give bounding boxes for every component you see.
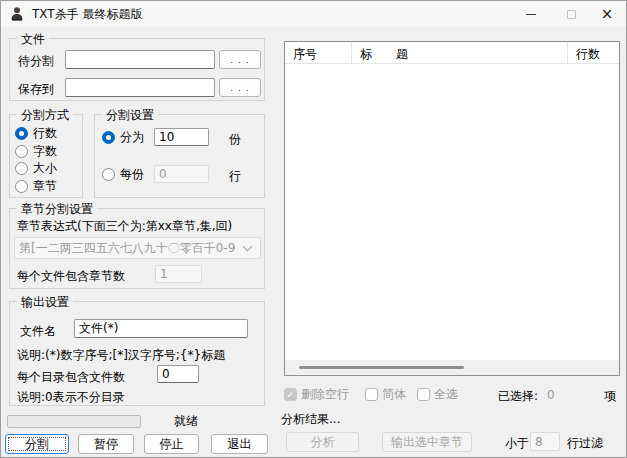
- selected-count: 0: [547, 388, 555, 402]
- split-settings-group: 分割设置 分为 份 每份 行: [94, 114, 265, 198]
- source-file-input[interactable]: [65, 50, 215, 69]
- per-part-unit: 行: [229, 168, 241, 185]
- select-all-check-icon: [417, 388, 430, 401]
- filter-prefix-label: 小于: [505, 435, 529, 452]
- radio-chapter[interactable]: 章节: [15, 178, 57, 195]
- app-window: TXT杀手 最终标题版 × 文件 待分割 . . . 保存到 . . . 分割方…: [0, 0, 627, 458]
- radio-per-part-label: 每份: [120, 166, 144, 183]
- close-icon: ×: [601, 7, 614, 22]
- remove-empty-lines-check-icon: [284, 388, 297, 401]
- radio-chars[interactable]: 字数: [15, 143, 57, 160]
- file-group: 文件 待分割 . . . 保存到 . . .: [9, 38, 265, 101]
- split-method-group: 分割方式 行数 字数 大小 章节: [9, 114, 83, 198]
- simplified-label: 简体: [382, 386, 406, 403]
- chevron-down-icon: [243, 241, 253, 251]
- chapters-per-file-input: [155, 265, 202, 283]
- radio-size[interactable]: 大小: [15, 160, 57, 177]
- chapter-settings-group: 章节分割设置 章节表达式(下面三个为:第xx章节,集,回) 第[一二两三四五六七…: [9, 208, 265, 289]
- radio-split-into[interactable]: 分为: [102, 129, 144, 146]
- exit-button[interactable]: 退出: [211, 434, 268, 454]
- checkbox-remove-empty-lines: 删除空行: [284, 386, 349, 403]
- save-to-browse-button[interactable]: . . .: [219, 78, 261, 97]
- split-method-label: 分割方式: [17, 107, 73, 124]
- source-file-label: 待分割: [18, 53, 54, 70]
- horizontal-scrollbar[interactable]: [285, 360, 619, 375]
- radio-split-into-label: 分为: [120, 129, 144, 146]
- files-per-dir-input[interactable]: [157, 365, 199, 383]
- split-button[interactable]: 分割: [5, 434, 69, 454]
- radio-split-into-icon: [102, 131, 115, 144]
- chapter-settings-label: 章节分割设置: [17, 201, 97, 218]
- checkbox-select-all: 全选: [417, 386, 458, 403]
- analysis-status: 分析结果...: [281, 411, 340, 428]
- filter-lines-input: [530, 432, 560, 451]
- save-to-label: 保存到: [18, 81, 54, 98]
- remove-empty-lines-label: 删除空行: [301, 386, 349, 403]
- column-lines[interactable]: 行数: [568, 42, 619, 63]
- analyze-button: 分析: [286, 432, 359, 452]
- selected-label: 已选择:: [498, 388, 538, 405]
- per-part-input: [154, 165, 209, 183]
- checkbox-simplified: 简体: [365, 386, 406, 403]
- filename-input[interactable]: [74, 319, 248, 338]
- export-selected-button: 输出选中章节: [382, 432, 472, 452]
- column-title[interactable]: 标 题: [352, 42, 568, 63]
- chapter-list: 序号 标 题 行数: [284, 41, 620, 376]
- maximize-button: [554, 1, 588, 27]
- selected-unit: 项: [604, 388, 616, 405]
- chapter-expression-value: 第[一二两三四五六七八九十〇零百千0-9: [15, 240, 240, 257]
- save-to-input[interactable]: [65, 78, 215, 97]
- filename-label: 文件名: [20, 323, 56, 340]
- titlebar[interactable]: TXT杀手 最终标题版 ×: [1, 1, 626, 27]
- minimize-icon: [526, 14, 536, 15]
- app-icon: [9, 6, 25, 22]
- chapter-expression-combobox: 第[一二两三四五六七八九十〇零百千0-9: [14, 237, 261, 259]
- window-title: TXT杀手 最终标题版: [32, 6, 142, 23]
- list-header[interactable]: 序号 标 题 行数: [285, 42, 619, 64]
- radio-chapter-label: 章节: [33, 178, 57, 195]
- pause-button[interactable]: 暂停: [78, 434, 134, 454]
- stop-button[interactable]: 停止: [144, 434, 199, 454]
- files-per-dir-label: 每个目录包含文件数: [17, 369, 125, 386]
- radio-lines-icon: [15, 127, 28, 140]
- dir-note: 说明:0表示不分目录: [17, 389, 125, 406]
- split-settings-label: 分割设置: [102, 107, 158, 124]
- filename-note: 说明:(*)数字序号;[*]汉字序号;{*}标题: [17, 347, 225, 364]
- close-button[interactable]: ×: [590, 1, 624, 27]
- radio-size-label: 大小: [33, 160, 57, 177]
- progress-bar: [7, 415, 141, 428]
- select-all-label: 全选: [434, 386, 458, 403]
- output-settings-label: 输出设置: [17, 294, 73, 311]
- radio-per-part[interactable]: 每份: [102, 166, 144, 183]
- maximize-icon: [567, 10, 576, 19]
- radio-chapter-icon: [15, 180, 28, 193]
- radio-lines-label: 行数: [33, 125, 57, 142]
- output-settings-group: 输出设置 文件名 说明:(*)数字序号;[*]汉字序号;{*}标题 每个目录包含…: [9, 301, 265, 406]
- status-text: 就绪: [174, 413, 198, 430]
- split-into-unit: 份: [229, 131, 241, 148]
- radio-per-part-icon: [102, 168, 115, 181]
- source-browse-button[interactable]: . . .: [219, 50, 261, 69]
- radio-lines[interactable]: 行数: [15, 125, 57, 142]
- minimize-button[interactable]: [514, 1, 548, 27]
- scrollbar-thumb[interactable]: [299, 366, 464, 369]
- chapters-per-file-label: 每个文件包含章节数: [17, 268, 125, 285]
- list-body[interactable]: [285, 64, 619, 346]
- split-into-input[interactable]: [154, 128, 209, 146]
- filter-suffix-label: 行过滤: [567, 435, 603, 452]
- simplified-check-icon: [365, 388, 378, 401]
- radio-size-icon: [15, 162, 28, 175]
- radio-chars-icon: [15, 145, 28, 158]
- column-index[interactable]: 序号: [285, 42, 352, 63]
- chapter-expression-hint: 章节表达式(下面三个为:第xx章节,集,回): [17, 218, 232, 235]
- file-group-label: 文件: [17, 31, 49, 48]
- radio-chars-label: 字数: [33, 143, 57, 160]
